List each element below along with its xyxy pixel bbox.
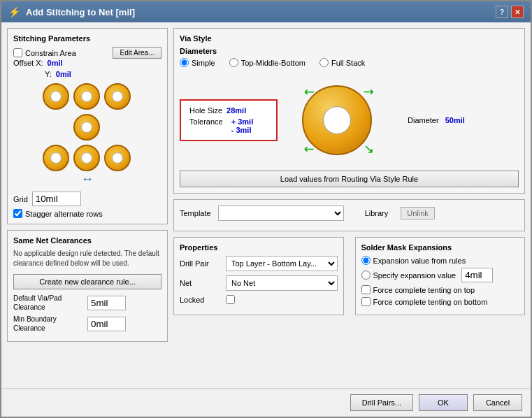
stagger-checkbox[interactable] (13, 209, 22, 218)
expansion-value-input[interactable] (461, 268, 493, 282)
constrain-area-checkbox[interactable] (13, 48, 22, 57)
tolerance-plus: + 3mil (231, 117, 254, 126)
default-via-label: Default Via/Pad Clearance (13, 294, 83, 312)
force-tenting-bottom-label: Force complete tenting on bottom (373, 298, 488, 306)
template-select[interactable] (218, 206, 344, 221)
diameter-radio-row: Simple Top-Middle-Bottom Full Stack (180, 58, 519, 67)
via-diagram-area: Hole Size 28mil Tolerance + 3mil - 3mil (180, 73, 519, 168)
via-inner-circle (323, 106, 351, 134)
properties-solder-row: Properties Drill Pair Top Layer - Bottom… (173, 237, 525, 315)
via-circle-3 (104, 83, 131, 110)
arrow-indicator: ↔ (81, 172, 94, 187)
force-tenting-bottom-row: Force complete tenting on bottom (361, 297, 519, 306)
top-middle-bottom-radio[interactable] (229, 58, 238, 67)
locked-checkbox[interactable] (226, 295, 235, 304)
main-window: ⚡ Add Stitching to Net [mil] ? ✕ Stitchi… (0, 0, 532, 418)
stagger-row: Stagger alternate rows (13, 209, 161, 218)
drill-pair-row: Drill Pair Top Layer - Bottom Lay... (180, 256, 338, 271)
top-middle-bottom-label: Top-Middle-Bottom (241, 59, 305, 67)
offset-y-row: Y: 0mil (13, 70, 161, 78)
via-circle-7 (43, 145, 69, 171)
tolerance-minus: - 3mil (231, 126, 254, 134)
via-large-diagram: ↖ ↗ ↙ ↘ (292, 78, 382, 162)
solder-mask-title: Solder Mask Expansions (361, 243, 519, 252)
via-circle-8 (73, 145, 100, 171)
default-via-input[interactable] (87, 296, 126, 310)
edit-area-button[interactable]: Edit Area... (113, 47, 161, 59)
specify-expansion-radio[interactable] (361, 271, 371, 280)
create-rule-button[interactable]: Create new clearance rule... (13, 274, 161, 289)
load-values-button[interactable]: Load values from Routing Via Style Rule (180, 171, 519, 187)
grid-row: Grid (13, 192, 161, 206)
simple-label: Simple (192, 59, 215, 67)
diameter-label-group: Diameter 50mil (408, 116, 465, 124)
min-boundary-label: Min Boundary Clearance (13, 315, 83, 333)
drill-pairs-button[interactable]: Drill Pairs... (350, 394, 413, 411)
constrain-area-label: Constrain Area (25, 49, 76, 57)
hole-size-label: Hole Size (189, 106, 222, 115)
force-tenting-top-checkbox[interactable] (361, 285, 371, 294)
locked-row: Locked (180, 295, 338, 304)
stitching-params-title: Stitching Parameters (13, 34, 161, 43)
full-stack-option: Full Stack (319, 58, 365, 67)
help-button[interactable]: ? (496, 6, 508, 18)
via-circle-5 (73, 114, 100, 140)
via-style-title: Via Style (180, 34, 519, 43)
via-grid (43, 83, 132, 173)
bottom-bar: Drill Pairs... OK Cancel (1, 388, 531, 417)
force-tenting-top-row: Force complete tenting on top (361, 285, 519, 294)
specify-expansion-label: Specify expansion value (373, 271, 456, 280)
properties-title: Properties (180, 243, 338, 252)
close-button[interactable]: ✕ (511, 6, 524, 18)
cancel-button[interactable]: Cancel (473, 394, 522, 411)
constrain-area-row: Constrain Area Edit Area... (13, 47, 161, 59)
template-label: Template (180, 209, 211, 217)
title-bar-controls: ? ✕ (496, 6, 524, 18)
drill-pair-select[interactable]: Top Layer - Bottom Lay... (226, 256, 338, 271)
via-template-group: Template Library Unlink (173, 199, 525, 231)
tolerance-row: Tolerance + 3mil - 3mil (189, 117, 268, 134)
full-stack-radio[interactable] (319, 58, 329, 67)
top-middle-bottom-option: Top-Middle-Bottom (229, 58, 305, 67)
simple-option: Simple (180, 58, 215, 67)
tolerance-values: + 3mil - 3mil (226, 117, 254, 134)
library-label: Library (365, 209, 389, 217)
left-panel: Stitching Parameters Constrain Area Edit… (7, 28, 168, 382)
drill-pair-label: Drill Pair (180, 259, 222, 268)
offset-y-value: 0mil (56, 70, 71, 78)
net-select[interactable]: No Net (226, 275, 338, 291)
offset-x-label: Offset X: (13, 59, 43, 67)
expansion-from-rules-label: Expansion value from rules (373, 257, 466, 265)
offset-x-value: 0mil (48, 59, 63, 67)
grid-input[interactable] (32, 192, 81, 206)
locked-label: Locked (180, 296, 222, 304)
properties-group: Properties Drill Pair Top Layer - Bottom… (173, 237, 344, 315)
simple-radio[interactable] (180, 58, 189, 67)
via-template-row: Template Library Unlink (180, 206, 519, 221)
hole-size-value: 28mil (227, 106, 246, 115)
force-tenting-bottom-checkbox[interactable] (361, 297, 371, 306)
default-via-clearance-row: Default Via/Pad Clearance (13, 294, 161, 312)
via-circle-2 (73, 83, 100, 110)
stitching-params-group: Stitching Parameters Constrain Area Edit… (7, 28, 168, 224)
right-panel: Via Style Diameters Simple Top-Middle-Bo… (173, 28, 525, 382)
expansion-from-rules-radio[interactable] (361, 256, 371, 265)
same-net-text: No applicable design rule detected. The … (13, 249, 161, 268)
force-tenting-top-label: Force complete tenting on top (373, 286, 475, 294)
arrow-bottom-right-icon: ↘ (364, 141, 374, 157)
tolerance-label: Tolerance (189, 117, 223, 126)
window-title: Add Stitching to Net [mil] (26, 7, 135, 17)
unlink-button[interactable]: Unlink (401, 207, 435, 219)
via-circle-1 (43, 83, 69, 110)
min-boundary-row: Min Boundary Clearance (13, 315, 161, 333)
diameter-label: Diameter (408, 116, 439, 124)
full-stack-label: Full Stack (331, 59, 365, 67)
specify-expansion-row: Specify expansion value (361, 268, 519, 282)
via-style-group: Via Style Diameters Simple Top-Middle-Bo… (173, 28, 525, 194)
stagger-label: Stagger alternate rows (25, 210, 103, 218)
ok-button[interactable]: OK (419, 394, 468, 411)
expansion-from-rules-row: Expansion value from rules (361, 256, 519, 265)
main-content: Stitching Parameters Constrain Area Edit… (1, 22, 531, 388)
diameter-value: 50mil (445, 116, 465, 124)
min-boundary-input[interactable] (87, 317, 126, 331)
